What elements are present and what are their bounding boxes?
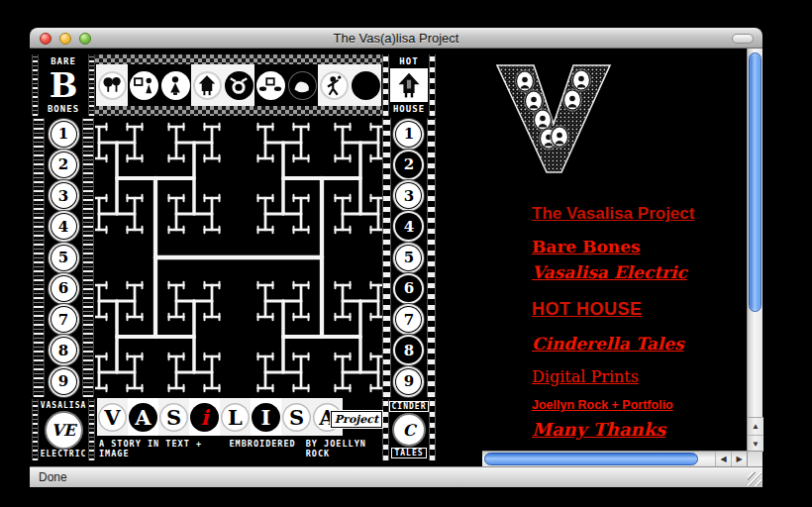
chapter-number: 9 (395, 368, 422, 395)
hot-house-chapter-link-8[interactable]: 8 (394, 336, 423, 365)
bare-bones-chapter-link-9[interactable]: 9 (48, 366, 79, 396)
dancer-icon[interactable] (318, 64, 350, 106)
horizontal-scrollbar-thumb[interactable] (484, 453, 698, 465)
bare-bones-chapter-link-4[interactable]: 4 (48, 212, 79, 242)
chapter-number: 8 (51, 337, 77, 363)
banner-letter-S[interactable]: S (158, 398, 189, 436)
hot-house-chapter-link-4[interactable]: 4 (394, 212, 423, 242)
caption-part3: BY JOELLYN ROCK (306, 439, 380, 458)
vasalisa-electric-block[interactable]: VASALISA VE ELECTRIC (32, 399, 95, 460)
bare-bones-chapter-link-2[interactable]: 2 (48, 150, 79, 179)
bare-bones-chapter-link-5[interactable]: 5 (48, 243, 79, 272)
hot-house-chapter-link-2[interactable]: 2 (394, 150, 423, 179)
left-number-column: 123456789 (48, 118, 79, 397)
chapter-number: 2 (51, 152, 77, 178)
link-cinderella-tales[interactable]: Cinderella Tales (532, 334, 684, 354)
right-number-column: 123456789 (394, 118, 423, 397)
banner-letter-disc: I (252, 403, 280, 432)
chapter-number: 5 (395, 245, 422, 271)
creature-icon[interactable] (286, 64, 318, 106)
scroll-up-button[interactable]: ▲ (748, 418, 763, 435)
bare-bones-chapter-link-6[interactable]: 6 (48, 273, 79, 303)
banner-letter-S[interactable]: S (281, 398, 312, 436)
ornate-v-graphic (492, 60, 615, 177)
film-border (382, 54, 389, 116)
banner-letter-V[interactable]: V (97, 398, 128, 436)
link-vasalisa-electric[interactable]: Vasalisa Electric (532, 262, 687, 282)
banner-letter-i[interactable]: i (189, 398, 220, 436)
chapter-number: 1 (395, 121, 422, 148)
hot-house-chapter-link-6[interactable]: 6 (394, 273, 423, 303)
hut-arrow-icon (390, 68, 428, 102)
banner-letter-L[interactable]: L (220, 398, 251, 436)
bare-bones-block[interactable]: BARE B BONES (32, 54, 95, 116)
bones-label: BONES (48, 104, 79, 114)
link-many-thanks[interactable]: Many Thanks (532, 419, 665, 440)
scroll-down-button[interactable]: ▼ (748, 435, 763, 452)
hot-house-chapter-link-3[interactable]: 3 (394, 181, 423, 211)
bare-bones-chapter-link-7[interactable]: 7 (48, 305, 79, 335)
chapter-number: 4 (51, 213, 77, 240)
hot-house-chapter-column: 123456789 (382, 116, 436, 399)
vertical-scrollbar-thumb[interactable] (749, 52, 761, 312)
chapter-number: 1 (51, 121, 77, 148)
banner-letter-I[interactable]: I (251, 398, 281, 436)
link-hot-house[interactable]: HOT HOUSE (532, 299, 643, 320)
tales-label: TALES (391, 448, 426, 458)
bare-bones-chapter-link-3[interactable]: 3 (48, 181, 79, 211)
hut-icon[interactable] (191, 64, 223, 106)
bare-bones-chapter-link-1[interactable]: 1 (48, 119, 79, 149)
banner-letter-disc: S (159, 403, 188, 432)
film-border (427, 118, 436, 397)
link-digital-prints[interactable]: Digital Prints (532, 367, 639, 386)
fractal-pattern (95, 116, 382, 399)
trees-icon[interactable] (96, 64, 128, 106)
cinder-tales-block[interactable]: CINDER C TALES (382, 399, 436, 460)
skull-icon[interactable] (223, 64, 254, 106)
horizontal-scrollbar-track[interactable] (482, 452, 715, 467)
toolbar-toggle-button[interactable] (732, 34, 754, 44)
chapter-number: 3 (51, 182, 77, 209)
bare-bones-chapter-column: 123456789 (32, 116, 95, 399)
link-bare-bones[interactable]: Bare Bones (532, 237, 641, 256)
vasilisa-imagemap: BARE B BONES HOT (32, 54, 436, 460)
chapter-number: 7 (395, 306, 422, 333)
banner-letter-A[interactable]: A (128, 398, 158, 436)
chapter-number: 3 (395, 182, 422, 209)
chain-border (88, 399, 95, 460)
caption-part2: EMBROIDERED (229, 439, 295, 449)
vertical-scrollbar[interactable]: ▲ ▼ (747, 49, 762, 451)
title-bar[interactable]: The Vas(a)lisa Project (30, 28, 762, 49)
hot-house-chapter-link-7[interactable]: 7 (394, 305, 423, 335)
project-tag[interactable]: Project (331, 411, 382, 428)
chapter-number: 6 (395, 275, 422, 302)
c-monogram: C (394, 415, 424, 445)
link-joellyn-rock-portfolio[interactable]: Joellyn Rock + Portfolio (532, 398, 673, 412)
chapter-number: 2 (395, 152, 422, 178)
hot-house-chapter-link-9[interactable]: 9 (394, 366, 423, 396)
link-the-vasalisa-project[interactable]: The Vasalisa Project (532, 204, 694, 224)
hot-house-chapter-link-1[interactable]: 1 (394, 119, 423, 149)
bare-bones-chapter-link-8[interactable]: 8 (48, 336, 79, 365)
film-border (429, 54, 436, 116)
banner-letter-disc: L (221, 403, 250, 432)
horizontal-scrollbar[interactable]: ◀ ▶ (482, 451, 747, 466)
scroll-right-button[interactable]: ▶ (731, 452, 747, 466)
hot-house-block[interactable]: HOT HOUSE (382, 54, 436, 116)
scroll-left-button[interactable]: ◀ (715, 452, 731, 466)
chain-border (82, 118, 94, 397)
picture-figure-icon[interactable] (128, 64, 159, 106)
banner-letter-disc: V (98, 403, 127, 432)
banner-caption: A STORY IN TEXT + IMAGE EMBROIDERED BY J… (95, 436, 382, 458)
chapter-icon-strip (95, 54, 382, 116)
resize-grip[interactable] (748, 472, 761, 486)
blank-icon[interactable] (350, 64, 381, 106)
hot-house-chapter-link-5[interactable]: 5 (394, 243, 423, 272)
icon-row (95, 64, 382, 106)
page-content: BARE B BONES HOT (30, 49, 762, 466)
hands-window-icon[interactable] (254, 64, 286, 106)
cinder-label: CINDER (389, 401, 430, 412)
doll-icon[interactable] (159, 64, 191, 106)
hot-label: HOT (399, 56, 418, 66)
electric-label: ELECTRIC (41, 450, 87, 458)
